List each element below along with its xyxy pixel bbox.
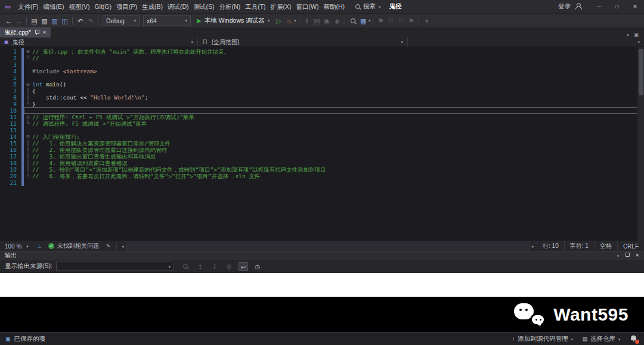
scroll-left-icon[interactable]: ◂ (119, 244, 126, 249)
member-dropdown[interactable]: ▾ (408, 38, 644, 46)
start-without-debugging-icon[interactable]: ▷ (274, 14, 284, 27)
menu-item[interactable]: 编辑(E) (41, 0, 66, 13)
menu-item[interactable]: 测试(S) (191, 0, 217, 13)
toolbar-overflow-icon[interactable]: ▾ (422, 14, 432, 27)
code-editor[interactable]: 1⊟// 鬼径.cpp : 此文件包含 "main" 函数。程序执行将在此处开始… (0, 47, 644, 241)
breakpoints-window-icon[interactable]: ◉ (322, 14, 332, 27)
hot-reload-indicator-icon[interactable]: ♨ (35, 243, 44, 249)
show-output-icon[interactable]: ▤ (312, 14, 322, 27)
menu-item[interactable]: 视图(V) (66, 0, 92, 13)
notifications-button[interactable] (630, 334, 639, 343)
add-to-source-control-button[interactable]: ↑ 添加到源代码管理 ▴ (512, 335, 572, 343)
maximize-button[interactable]: □ (608, 0, 626, 13)
save-icon[interactable]: ▥ (49, 14, 60, 27)
code-line[interactable]: 17│// 3. 使用输出窗口查看生成输出和其他消息 (0, 153, 644, 160)
project-dropdown[interactable]: ▣ 鬼径 ▾ (0, 38, 198, 46)
break-all-icon[interactable]: ‖ (302, 14, 312, 27)
menu-item[interactable]: 窗口(W) (294, 0, 321, 13)
collapse-region-icon[interactable]: ⊟ (24, 114, 32, 120)
menu-item[interactable]: 帮助(H) (321, 0, 347, 13)
menu-item[interactable]: 扩展(X) (268, 0, 294, 13)
scope-dropdown[interactable]: {} (全局范围) ▾ (198, 38, 408, 46)
menu-item[interactable]: 项目(P) (114, 0, 140, 13)
save-all-icon[interactable]: ◫ (60, 14, 70, 27)
navigate-forward-icon[interactable]: → (14, 14, 24, 27)
previous-message-icon[interactable]: ↥ (196, 262, 205, 271)
code-line[interactable]: 21 (0, 179, 644, 186)
code-line[interactable]: 14⊟// 入门使用技巧: (0, 133, 644, 140)
collapse-region-icon[interactable]: ⊟ (24, 81, 32, 88)
pin-pane-icon[interactable] (625, 253, 629, 259)
hot-reload-icon[interactable]: ♨ (284, 14, 294, 27)
start-debugging-button[interactable]: ▶ 本地 Windows 调试器 ▾ (193, 17, 274, 25)
line-ending-indicator[interactable]: CRLF (617, 241, 644, 251)
solution-configuration-dropdown[interactable]: Debug ▾ (103, 15, 140, 26)
tab-options-icon[interactable]: ▣ (634, 32, 639, 38)
code-line[interactable]: 13 (0, 127, 644, 133)
menu-item[interactable]: 工具(T) (243, 0, 268, 13)
code-line[interactable]: 2└// (0, 55, 644, 61)
scroll-right-icon[interactable]: ▸ (530, 244, 537, 249)
diagnostics-window-icon[interactable]: ◈ (332, 14, 342, 27)
code-line[interactable]: 4#include <iostream> (0, 68, 644, 74)
code-line[interactable]: 11⊟// 运行程序: Ctrl + F5 或调试 >“开始执行(不调试)”菜单 (0, 114, 644, 120)
zoom-dropdown[interactable]: 100 % ▾ (0, 243, 35, 250)
next-bookmark-icon[interactable]: ⚐ (396, 14, 406, 27)
undo-icon[interactable]: ↶ (75, 14, 85, 27)
scrollbar-thumb[interactable] (639, 49, 643, 95)
collapse-region-icon[interactable]: ⊟ (24, 48, 32, 55)
menu-item[interactable]: 分析(N) (217, 0, 243, 13)
close-tab-icon[interactable]: ✕ (42, 30, 47, 35)
code-line[interactable]: 18│// 4. 使用错误列表窗口查看错误 (0, 160, 644, 166)
code-line[interactable]: 3 (0, 61, 644, 68)
code-line[interactable]: 1⊟// 鬼径.cpp : 此文件包含 "main" 函数。程序执行将在此处开始… (0, 48, 644, 55)
pane-options-icon[interactable]: ▾ (617, 254, 620, 258)
new-file-icon[interactable]: ▤ (29, 14, 39, 27)
code-line[interactable]: 10 (0, 107, 644, 114)
menu-item[interactable]: Git(G) (92, 0, 114, 13)
menu-item[interactable]: 调试(D) (165, 0, 191, 13)
clear-bookmarks-icon[interactable]: ⚑ (406, 14, 416, 27)
select-repository-button[interactable]: ▤ 选择仓库 ▴ (582, 335, 620, 343)
spaces-indicator[interactable]: 空格 (594, 241, 617, 251)
close-pane-icon[interactable]: ✕ (635, 253, 639, 258)
word-wrap-icon[interactable]: ↩ (239, 262, 248, 271)
previous-bookmark-icon[interactable]: ⚐ (386, 14, 396, 27)
search-box[interactable]: 搜索 ▾ (355, 2, 381, 11)
code-line[interactable]: 5 (0, 74, 644, 81)
redo-icon[interactable]: ↷ (85, 14, 95, 27)
solution-platform-dropdown[interactable]: x64 ▾ (143, 15, 191, 26)
toggle-bookmark-icon[interactable]: ⚑ (376, 14, 386, 27)
code-line[interactable]: 20└// 6. 将来，若要再次打开此项目，请转到“文件”>“打开”>“项目”并… (0, 173, 644, 179)
code-line[interactable]: 15│// 1. 使用解决方案资源管理器窗口添加/管理文件 (0, 140, 644, 147)
menu-item[interactable]: 文件(F) (16, 0, 41, 13)
user-profile-icon[interactable] (575, 2, 583, 11)
minimize-button[interactable]: ─ (590, 0, 608, 13)
menu-item[interactable]: 生成(B) (140, 0, 165, 13)
tab-active-document[interactable]: 鬼径.cpp* ✕ (0, 27, 51, 38)
find-message-icon[interactable] (183, 264, 188, 269)
open-file-icon[interactable]: ▧ (39, 14, 49, 27)
clear-all-output-icon[interactable]: ⊘ (224, 262, 234, 271)
horizontal-scrollbar[interactable] (126, 241, 530, 251)
find-in-files-icon[interactable] (351, 18, 355, 23)
navigate-backward-icon[interactable]: ← (4, 14, 14, 27)
solution-explorer-icon[interactable]: ▦ (358, 14, 369, 27)
pin-icon[interactable] (35, 30, 39, 36)
output-pane-header[interactable]: 输出 ▾ ✕ (0, 251, 644, 260)
output-content[interactable] (0, 273, 644, 297)
document-health-indicator[interactable]: ✓ 未找到相关问题 (44, 242, 103, 250)
sign-in-link[interactable]: 登录 (558, 2, 571, 11)
clock-icon[interactable]: ◷ (253, 262, 262, 271)
open-documents-dropdown-icon[interactable]: ▾ (627, 33, 629, 37)
collapse-region-icon[interactable]: ⊟ (24, 133, 32, 140)
code-line[interactable]: 9└} (0, 101, 644, 107)
code-line[interactable]: 7│{ (0, 88, 644, 94)
code-line[interactable]: 8│ std::cout << "Hello World!\n"; (0, 94, 644, 101)
code-line[interactable]: 6⊟int main() (0, 81, 644, 88)
output-source-dropdown[interactable]: ▾ (56, 262, 174, 271)
code-line[interactable]: 19│// 5. 转到“项目”>“添加新项”以创建新的代码文件，或转到“项目”>… (0, 166, 644, 173)
code-line[interactable]: 12└// 调试程序: F5 或调试 >“开始调试”菜单 (0, 120, 644, 127)
vertical-scrollbar[interactable] (637, 47, 644, 241)
code-cleanup-icon[interactable]: ✎ (103, 243, 114, 249)
